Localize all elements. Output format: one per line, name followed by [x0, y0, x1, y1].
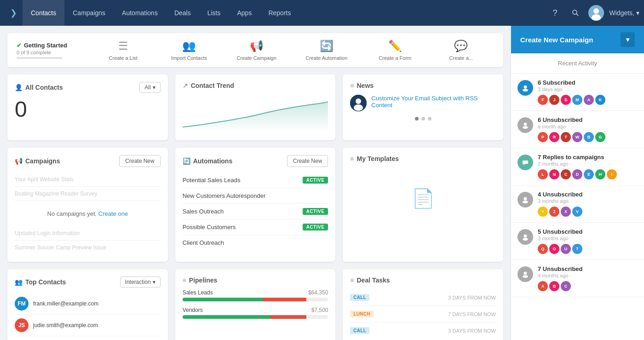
- create-campaign-button[interactable]: Create New Campaign ▾: [511, 26, 644, 53]
- mini-avatar: I: [607, 169, 617, 179]
- search-icon[interactable]: [568, 6, 583, 20]
- automations-card: 🔄 Automations Create New Potential Sales…: [175, 148, 336, 262]
- mini-avatar: Y: [538, 207, 548, 217]
- activity-icon-0: [518, 80, 533, 96]
- deal-tasks-title: ≡ Deal Tasks: [350, 277, 390, 284]
- mini-avatar: H: [595, 169, 605, 179]
- gs-step-label-3: Create Automation: [305, 55, 347, 61]
- svg-point-3: [593, 8, 599, 14]
- gs-title: ✔ Getting Started: [17, 42, 76, 49]
- contacts-filter-dropdown[interactable]: All ▾: [139, 82, 160, 93]
- gs-step-import-contacts[interactable]: 👥 Import Contacts: [171, 40, 207, 61]
- deal-due-0: 3 DAYS FROM NOW: [448, 295, 496, 300]
- campaign-item-3: Updated Login Information: [15, 226, 161, 241]
- contact-trend-card: ↗ Contact Trend: [175, 75, 336, 140]
- campaign-item-0: Your April Website Stats: [15, 173, 161, 187]
- user-chevron-icon: ▾: [636, 9, 639, 17]
- activity-item-3: 4 Unsubscribed 3 months ago Y Z X V: [511, 185, 644, 223]
- news-header: ≡ News: [350, 82, 496, 89]
- nav-link-automations[interactable]: Automations: [114, 0, 166, 26]
- activity-text-2: 7 Replies to campaigns: [538, 154, 638, 161]
- gs-step-create-automation[interactable]: 🔄 Create Automation: [305, 40, 347, 61]
- mini-avatar: T: [572, 244, 582, 254]
- pipeline-item-0: Sales Leads $64,350: [183, 289, 328, 301]
- contact-item-0[interactable]: FM frank.miller@example.com: [15, 293, 161, 315]
- contact-item-2[interactable]: JJ jack.jones@example.com: [15, 336, 161, 340]
- nav-right: ? Widgets, ▾: [548, 5, 639, 21]
- pipelines-icon: ≡: [183, 277, 186, 284]
- campaigns-list: Your April Website Stats Boating Magazin…: [15, 173, 161, 254]
- activity-text-1: 6 Unsubscribed: [538, 116, 638, 123]
- mini-avatar: T: [561, 132, 571, 142]
- activity-icon-5: [518, 266, 533, 282]
- mini-avatar: O: [549, 244, 559, 254]
- activity-item-0: 6 Subscribed 3 days ago F J S M A K: [511, 74, 644, 111]
- nav-link-apps[interactable]: Apps: [229, 0, 260, 26]
- my-templates-title: ≡ My Templates: [350, 155, 399, 162]
- news-icon: ≡: [350, 82, 354, 89]
- news-dot-1[interactable]: [415, 117, 419, 121]
- activity-icon-4: [518, 229, 533, 245]
- gs-step-create-form[interactable]: ✏️ Create a Form: [377, 40, 414, 61]
- user-menu[interactable]: Widgets, ▾: [610, 9, 639, 17]
- activity-avatars-1: P R T W B G: [538, 132, 638, 142]
- automation-item-0[interactable]: Potential Sales Leads ACTIVE: [183, 173, 328, 188]
- activity-item-2: 7 Replies to campaigns 2 months ago L N …: [511, 148, 644, 185]
- top-nav: ❯ Contacts Campaigns Automations Deals L…: [0, 0, 644, 26]
- mini-avatar: V: [572, 207, 582, 217]
- automation-item-2[interactable]: Sales Outreach ACTIVE: [183, 204, 328, 219]
- gs-info: ✔ Getting Started 0 of 9 complete: [17, 42, 76, 59]
- nav-link-reports[interactable]: Reports: [260, 0, 299, 26]
- user-avatar[interactable]: [588, 5, 604, 21]
- mini-avatar: R: [549, 132, 559, 142]
- mini-avatar: A: [584, 95, 594, 105]
- my-templates-header: ≡ My Templates: [350, 155, 496, 162]
- deal-task-item-0[interactable]: CALL 3 DAYS FROM NOW: [350, 289, 496, 306]
- news-dot-2[interactable]: [421, 117, 425, 121]
- deal-task-item-1[interactable]: LUNCH 7 DAYS FROM NOW: [350, 306, 496, 323]
- nav-link-contacts[interactable]: Contacts: [23, 0, 64, 26]
- activity-avatars-0: F J S M A K: [538, 95, 638, 105]
- gs-step-create-other[interactable]: 💬 Create a...: [443, 40, 479, 61]
- create-campaign-chevron-icon[interactable]: ▾: [621, 32, 635, 47]
- dashboard-row-1: 👤 All Contacts All ▾ 0 ↗ Contact Trend: [7, 75, 503, 140]
- deal-task-item-2[interactable]: CALL 3 DAYS FROM NOW: [350, 323, 496, 339]
- nav-toggle-icon[interactable]: ❯: [5, 8, 23, 18]
- activity-content-5: 7 Unsubscribed 4 months ago A B C: [538, 265, 638, 291]
- top-contacts-filter-dropdown[interactable]: Interaction ▾: [120, 277, 161, 288]
- activity-content-0: 6 Subscribed 3 days ago F J S M A K: [538, 79, 638, 105]
- contact-avatar-0: FM: [15, 297, 29, 311]
- nav-link-deals[interactable]: Deals: [166, 0, 199, 26]
- activity-text-5: 7 Unsubscribed: [538, 265, 638, 272]
- automations-list: Potential Sales Leads ACTIVE New Custome…: [183, 173, 328, 250]
- mini-avatar: G: [595, 132, 605, 142]
- campaigns-create-new-button[interactable]: Create New: [119, 155, 160, 167]
- activity-time-5: 4 months ago: [538, 273, 638, 278]
- svg-point-8: [524, 86, 527, 89]
- help-icon[interactable]: ?: [548, 6, 563, 20]
- activity-time-1: a month ago: [538, 124, 638, 129]
- automation-item-3[interactable]: Possible Customers ACTIVE: [183, 219, 328, 235]
- pipelines-card: ≡ Pipelines Sales Leads $64,350: [175, 269, 336, 340]
- templates-empty: 📄: [350, 168, 496, 232]
- contact-item-1[interactable]: JS judie.smith@example.com: [15, 315, 161, 336]
- gs-step-create-campaign[interactable]: 📢 Create Campaign: [237, 40, 276, 61]
- activity-avatars-2: L N C D E H I: [538, 169, 638, 179]
- automation-item-4[interactable]: Client Outreach: [183, 235, 328, 250]
- news-dot-3[interactable]: [428, 117, 431, 121]
- nav-link-campaigns[interactable]: Campaigns: [64, 0, 114, 26]
- no-campaigns-link[interactable]: Create one: [98, 210, 128, 217]
- mini-avatar: K: [595, 95, 605, 105]
- mini-avatar: W: [572, 132, 582, 142]
- pipeline-bar-0: [183, 298, 328, 301]
- nav-link-lists[interactable]: Lists: [199, 0, 229, 26]
- top-contacts-icon: 👥: [15, 278, 23, 286]
- contact-trend-chart: [183, 95, 328, 132]
- my-templates-card: ≡ My Templates 📄: [343, 148, 503, 262]
- automations-create-new-button[interactable]: Create New: [287, 155, 328, 167]
- news-article-link[interactable]: Customize Your Email Subject with RSS Co…: [371, 95, 496, 109]
- gs-step-create-list[interactable]: ☰ Create a List: [105, 40, 142, 61]
- news-title: ≡ News: [350, 82, 374, 89]
- top-contacts-header: 👥 Top Contacts Interaction ▾: [15, 277, 161, 288]
- automation-item-1[interactable]: New Customers Autoresponder: [183, 188, 328, 204]
